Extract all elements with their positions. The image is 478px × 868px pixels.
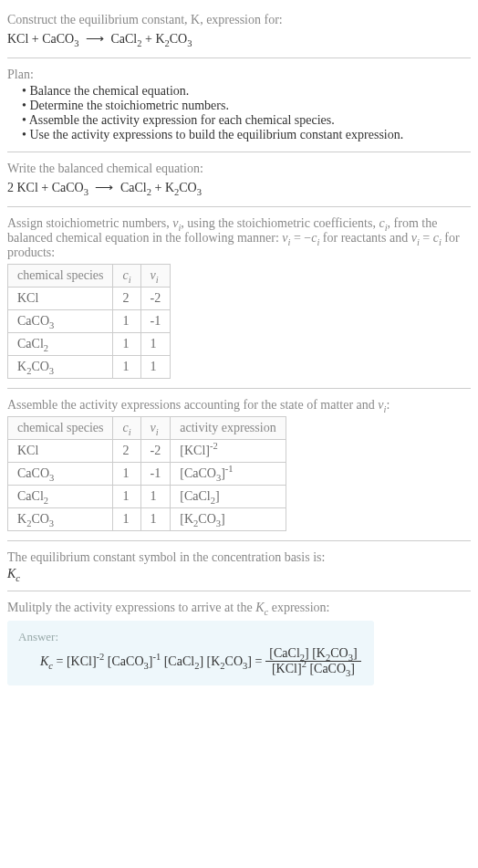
table-row: CaCO3 1 -1 [CaCO3]-1 — [8, 463, 286, 486]
answer-fraction: [CaCl2] [K2CO3] [KCl]2 [CaCO3] — [264, 646, 362, 676]
table-row: K2CO3 1 1 [K2CO3] — [8, 508, 286, 531]
plan-section: Plan: Balance the chemical equation. Det… — [7, 62, 471, 148]
table-row: K2CO3 1 1 — [8, 356, 171, 379]
cell-species: K2CO3 — [8, 508, 113, 531]
cell-vi: -2 — [140, 440, 171, 463]
cell-activity: [K2CO3] — [171, 508, 286, 531]
cell-vi: 1 — [140, 356, 171, 379]
divider — [7, 388, 471, 389]
col-species: chemical species — [8, 417, 113, 440]
divider — [7, 58, 471, 58]
cell-vi: 1 — [140, 333, 171, 356]
table-header-row: chemical species ci νi activity expressi… — [8, 417, 286, 440]
cell-species: CaCO3 — [8, 463, 113, 486]
cell-species: K2CO3 — [8, 356, 113, 379]
kc-symbol-section: The equilibrium constant symbol in the c… — [7, 545, 471, 587]
plan-item: Use the activity expressions to build th… — [22, 128, 471, 142]
answer-box: Answer: Kc = [KCl]-2 [CaCO3]-1 [CaCl2] [… — [7, 621, 374, 685]
cell-ci: 1 — [113, 486, 140, 508]
cell-species: CaCO3 — [8, 310, 113, 333]
balanced-section: Write the balanced chemical equation: 2 … — [7, 156, 471, 203]
balanced-prompt: Write the balanced chemical equation: — [7, 162, 471, 176]
table-row: KCl 2 -2 — [8, 288, 171, 310]
cell-vi: -2 — [140, 288, 171, 310]
fraction-numerator: [CaCl2] [K2CO3] — [265, 646, 360, 662]
cell-activity: [KCl]-2 — [171, 440, 286, 463]
header-section: Construct the equilibrium constant, K, e… — [7, 7, 471, 54]
activity-section: Assemble the activity expressions accoun… — [7, 392, 471, 537]
kc-symbol-text: The equilibrium constant symbol in the c… — [7, 550, 471, 565]
cell-ci: 1 — [113, 508, 140, 531]
cell-vi: 1 — [140, 486, 171, 508]
stoich-section: Assign stoichiometric numbers, νi, using… — [7, 211, 471, 384]
answer-lhs: Kc = [KCl]-2 [CaCO3]-1 [CaCl2] [K2CO3] = — [40, 654, 262, 669]
divider — [7, 152, 471, 152]
cell-activity: [CaCO3]-1 — [171, 463, 286, 486]
activity-table: chemical species ci νi activity expressi… — [7, 416, 286, 531]
col-ci: ci — [113, 265, 140, 288]
cell-species: KCl — [8, 440, 113, 463]
cell-species: KCl — [8, 288, 113, 310]
cell-vi: -1 — [140, 310, 171, 333]
cell-species: CaCl2 — [8, 333, 113, 356]
stoich-intro: Assign stoichiometric numbers, νi, using… — [7, 216, 471, 260]
multiply-prompt: Mulitply the activity expressions to arr… — [7, 601, 471, 615]
header-equation: KCl + CaCO3 ⟶ CaCl2 + K2CO3 — [7, 29, 471, 48]
cell-ci: 2 — [113, 288, 140, 310]
kc-symbol: Kc — [7, 567, 471, 581]
balanced-equation: 2 KCl + CaCO3 ⟶ CaCl2 + K2CO3 — [7, 178, 471, 197]
divider — [7, 591, 471, 591]
activity-intro: Assemble the activity expressions accoun… — [7, 398, 471, 413]
col-activity: activity expression — [171, 417, 286, 440]
cell-species: CaCl2 — [8, 486, 113, 508]
divider — [7, 540, 471, 541]
cell-ci: 2 — [113, 440, 140, 463]
table-row: CaCO3 1 -1 — [8, 310, 171, 333]
table-header-row: chemical species ci νi — [8, 265, 171, 288]
table-row: CaCl2 1 1 [CaCl2] — [8, 486, 286, 508]
header-prompt: Construct the equilibrium constant, K, e… — [7, 13, 471, 27]
cell-ci: 1 — [113, 310, 140, 333]
plan-label: Plan: — [7, 68, 471, 82]
cell-ci: 1 — [113, 356, 140, 379]
cell-vi: 1 — [140, 508, 171, 531]
plan-item: Assemble the activity expression for eac… — [22, 113, 471, 128]
col-vi: νi — [140, 417, 171, 440]
col-species: chemical species — [8, 265, 113, 288]
plan-item: Determine the stoichiometric numbers. — [22, 99, 471, 113]
stoich-table: chemical species ci νi KCl 2 -2 CaCO3 1 … — [7, 264, 171, 379]
plan-item: Balance the chemical equation. — [22, 84, 471, 99]
plan-list: Balance the chemical equation. Determine… — [7, 84, 471, 142]
cell-activity: [CaCl2] — [171, 486, 286, 508]
fraction-denominator: [KCl]2 [CaCO3] — [265, 662, 360, 676]
table-row: CaCl2 1 1 — [8, 333, 171, 356]
col-ci: ci — [113, 417, 140, 440]
multiply-section: Mulitply the activity expressions to arr… — [7, 595, 471, 691]
divider — [7, 206, 471, 207]
cell-vi: -1 — [140, 463, 171, 486]
answer-label: Answer: — [18, 630, 363, 644]
col-vi: νi — [140, 265, 171, 288]
cell-ci: 1 — [113, 333, 140, 356]
table-row: KCl 2 -2 [KCl]-2 — [8, 440, 286, 463]
cell-ci: 1 — [113, 463, 140, 486]
answer-equation: Kc = [KCl]-2 [CaCO3]-1 [CaCl2] [K2CO3] =… — [18, 646, 363, 676]
